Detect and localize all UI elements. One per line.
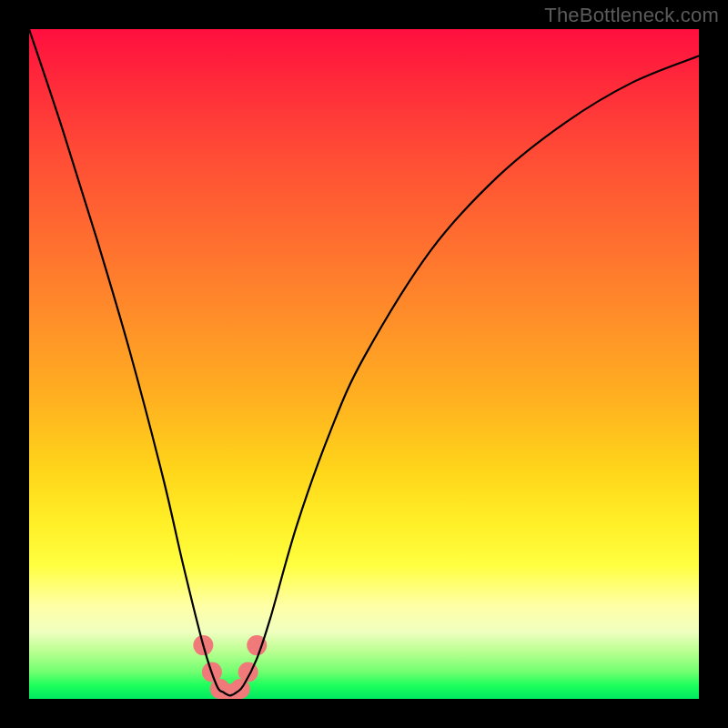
watermark-text: TheBottleneck.com — [544, 4, 719, 27]
bottleneck-curve — [29, 29, 699, 695]
chart-svg — [29, 29, 699, 699]
highlight-dot-group — [193, 635, 267, 699]
chart-frame: TheBottleneck.com — [0, 0, 728, 728]
plot-area — [29, 29, 699, 699]
